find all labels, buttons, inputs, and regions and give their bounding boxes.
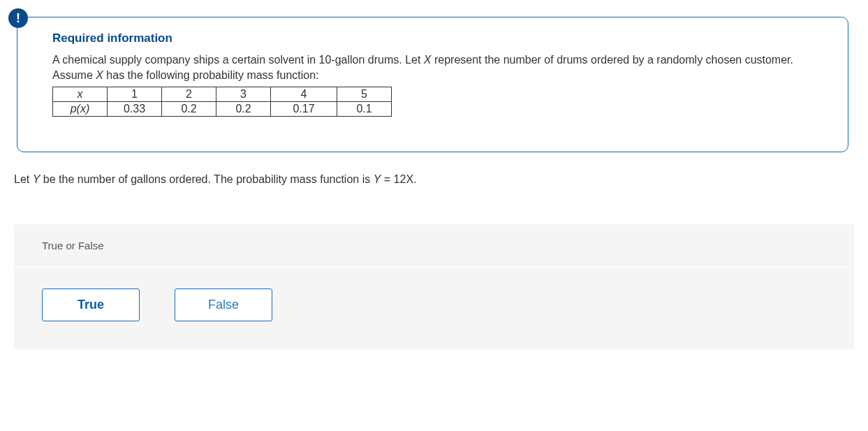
q-mid: be the number of gallons ordered. The pr… <box>40 173 373 185</box>
variable-y1: Y <box>33 173 41 185</box>
px-val-4: 0.17 <box>271 102 337 117</box>
x-val-2: 2 <box>162 87 216 102</box>
false-button[interactable]: False <box>175 288 272 321</box>
answer-prompt: True or False <box>14 224 854 268</box>
section-heading: Required information <box>52 31 831 45</box>
variable-x2: X <box>96 69 103 81</box>
pmf-table: x 1 2 3 4 5 p(x) 0.33 0.2 0.2 0.17 0.1 <box>52 87 392 117</box>
x-val-4: 4 <box>271 87 337 102</box>
answer-button-row: True False <box>14 268 854 349</box>
alert-icon: ! <box>8 8 28 28</box>
table-row: p(x) 0.33 0.2 0.2 0.17 0.1 <box>53 102 392 117</box>
answer-block: True or False True False <box>14 224 854 349</box>
px-val-3: 0.2 <box>216 102 271 117</box>
x-val-3: 3 <box>216 87 271 102</box>
px-val-1: 0.33 <box>108 102 162 117</box>
row-header-x: x <box>53 87 108 102</box>
problem-statement: A chemical supply company ships a certai… <box>52 52 831 82</box>
variable-x1: X <box>424 54 432 66</box>
q-post: = 12X. <box>381 173 416 185</box>
table-row: x 1 2 3 4 5 <box>53 87 392 102</box>
required-info-box: Required information A chemical supply c… <box>17 17 848 152</box>
px-val-2: 0.2 <box>162 102 216 117</box>
px-label: p(x) <box>71 103 90 115</box>
problem-text-end: has the following probability mass funct… <box>103 69 319 81</box>
question-statement: Let Y be the number of gallons ordered. … <box>14 173 854 186</box>
q-pre: Let <box>14 173 33 185</box>
true-button[interactable]: True <box>42 288 140 321</box>
problem-text-pre: A chemical supply company ships a certai… <box>52 54 424 66</box>
x-val-5: 5 <box>337 87 392 102</box>
row-header-px: p(x) <box>53 102 108 117</box>
x-val-1: 1 <box>108 87 162 102</box>
variable-y2: Y <box>374 173 381 185</box>
x-label: x <box>78 88 83 100</box>
px-val-5: 0.1 <box>337 102 392 117</box>
